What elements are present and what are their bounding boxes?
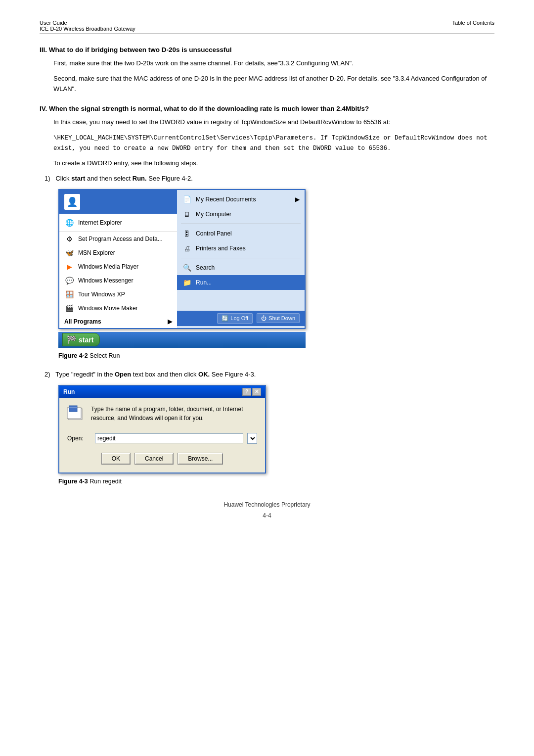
- controlpanel-label: Control Panel: [196, 230, 232, 237]
- svg-rect-2: [69, 406, 77, 412]
- messenger-icon: 💬: [64, 276, 74, 285]
- figure2-caption: Figure 4-2 Select Run: [58, 351, 494, 361]
- startmenu-sep1: [181, 224, 301, 224]
- step1-text: 1) Click start and then select Run. See …: [44, 174, 494, 184]
- startmenu-run[interactable]: 📁 Run...: [177, 275, 305, 290]
- page-header: User Guide ICE D-20 Wireless Broadband G…: [40, 20, 494, 34]
- page-number: 4-4: [40, 512, 494, 519]
- startmenu-right: 📄 My Recent Documents ▶ 🖥 My Computer 🎛 …: [177, 190, 305, 328]
- run-label: Run...: [196, 279, 212, 286]
- open-input[interactable]: [95, 433, 243, 443]
- step1-mid: and then select: [85, 175, 132, 182]
- startmenu-set-program[interactable]: ⚙ Set Program Access and Defa...: [59, 232, 177, 246]
- recent-docs-label: My Recent Documents: [196, 196, 256, 203]
- search-icon: 🔍: [182, 263, 192, 273]
- user-icon: 👤: [64, 194, 80, 210]
- step2-pre: Type "regedit" in the: [55, 371, 115, 378]
- all-programs-label: All Programs: [64, 318, 101, 325]
- step-1: 1) Click start and then select Run. See …: [44, 174, 494, 361]
- startmenu-sep2: [181, 258, 301, 258]
- section-IV-para2: To create a DWORD entry, see the followi…: [53, 158, 494, 169]
- startmenu-bottom-bar: 🔄 Log Off ⏻ Shut Down: [177, 311, 305, 326]
- startmenu-ie[interactable]: 🌐 Internet Explorer: [59, 216, 177, 230]
- shutdown-button[interactable]: ⏻ Shut Down: [257, 313, 300, 323]
- wmp-icon: ▶: [64, 262, 74, 272]
- set-program-icon: ⚙: [64, 234, 74, 244]
- header-product-label: ICE D-20 Wireless Broadband Gateway: [40, 26, 135, 32]
- run-dialog: Run ? ✕ Type the name: [58, 385, 266, 473]
- step1-pre: Click: [55, 175, 71, 182]
- logoff-button[interactable]: 🔄 Log Off: [217, 313, 253, 324]
- open-label: Open:: [67, 435, 91, 442]
- controlpanel-icon: 🎛: [182, 229, 192, 238]
- run-program-icon: [67, 405, 85, 426]
- all-programs-arrow: ▶: [168, 318, 172, 325]
- step1-label: 1): [44, 175, 50, 182]
- close-button[interactable]: ✕: [252, 388, 261, 396]
- titlebar-controls: ? ✕: [242, 388, 261, 396]
- header-guide-label: User Guide: [40, 20, 135, 26]
- step1-bold1: start: [71, 175, 85, 182]
- tour-label: Tour Windows XP: [78, 291, 125, 298]
- set-program-label: Set Program Access and Defa...: [78, 236, 163, 242]
- run-body: Type the name of a program, folder, docu…: [59, 398, 265, 472]
- section-IV-para1: In this case, you may need to set the DW…: [53, 117, 494, 128]
- header-left: User Guide ICE D-20 Wireless Broadband G…: [40, 20, 135, 32]
- start-flag-icon: 🏁: [67, 335, 77, 344]
- registry-path: \HKEY_LOCAL_MACHINE\SYSTEM\CurrentContro…: [53, 133, 494, 153]
- startmenu-moviemaker[interactable]: 🎬 Windows Movie Maker: [59, 301, 177, 315]
- browse-button[interactable]: Browse...: [178, 453, 223, 465]
- run-titlebar: Run ? ✕: [59, 386, 265, 398]
- startmenu-wmp[interactable]: ▶ Windows Media Player: [59, 260, 177, 274]
- startmenu-msn[interactable]: 🦋 MSN Explorer: [59, 246, 177, 260]
- shutdown-label: Shut Down: [268, 315, 295, 321]
- step-2: 2) Type "regedit" in the Open text box a…: [44, 370, 494, 486]
- shutdown-icon: ⏻: [261, 315, 267, 321]
- ok-button[interactable]: OK: [101, 453, 131, 465]
- start-label: start: [79, 336, 93, 344]
- footer-company: Huawei Technologies Proprietary: [40, 501, 494, 508]
- step1-post: See Figure 4-2.: [148, 175, 193, 182]
- mycomputer-label: My Computer: [196, 211, 231, 218]
- figure3-caption-label: Figure 4-3: [58, 478, 88, 485]
- startmenu-user-area: 👤: [59, 190, 177, 214]
- startmenu-search[interactable]: 🔍 Search: [177, 260, 305, 275]
- startmenu-controlpanel[interactable]: 🎛 Control Panel: [177, 226, 305, 241]
- moviemaker-label: Windows Movie Maker: [78, 305, 138, 312]
- open-dropdown[interactable]: [247, 433, 257, 444]
- tour-icon: 🪟: [64, 289, 74, 299]
- startmenu-messenger[interactable]: 💬 Windows Messenger: [59, 274, 177, 287]
- logoff-label: Log Off: [230, 315, 248, 321]
- ie-icon: 🌐: [64, 218, 74, 228]
- startmenu-printers[interactable]: 🖨 Printers and Faxes: [177, 241, 305, 256]
- step1-bold2: Run.: [133, 175, 147, 182]
- messenger-label: Windows Messenger: [78, 277, 133, 284]
- recent-docs-icon: 📄: [182, 194, 192, 204]
- figure2-caption-text: Select Run: [89, 352, 120, 359]
- ie-label: Internet Explorer: [78, 219, 122, 226]
- step2-text: 2) Type "regedit" in the Open text box a…: [44, 370, 494, 380]
- start-button[interactable]: 🏁 start: [62, 333, 100, 346]
- logoff-icon: 🔄: [222, 315, 228, 322]
- cancel-button[interactable]: Cancel: [134, 453, 174, 465]
- printers-icon: 🖨: [182, 243, 192, 253]
- section-IV-title: IV. When the signal strength is normal, …: [40, 105, 494, 112]
- printers-label: Printers and Faxes: [196, 245, 246, 252]
- section-III-para2: Second, make sure that the MAC address o…: [53, 74, 494, 94]
- startmenu-recent-section: ⚙ Set Program Access and Defa... 🦋 MSN E…: [59, 232, 177, 315]
- startmenu-figure: 👤 🌐 Internet Explorer ⚙ Set Program Acce…: [58, 189, 306, 329]
- help-button[interactable]: ?: [242, 388, 251, 396]
- run-input-row: Open:: [67, 433, 257, 444]
- recent-docs-arrow: ▶: [295, 196, 300, 203]
- run-dialog-title: Run: [63, 388, 75, 395]
- run-desc-text: Type the name of a program, folder, docu…: [91, 405, 257, 423]
- step2-bold1: Open: [115, 371, 131, 378]
- figure3-caption-text: Run regedit: [89, 478, 122, 485]
- all-programs-row[interactable]: All Programs ▶: [59, 315, 177, 328]
- startmenu-recent-docs[interactable]: 📄 My Recent Documents ▶: [177, 192, 305, 207]
- startmenu-pinned-section: 🌐 Internet Explorer: [59, 214, 177, 232]
- startmenu-tour[interactable]: 🪟 Tour Windows XP: [59, 287, 177, 301]
- startmenu-mycomputer[interactable]: 🖥 My Computer: [177, 207, 305, 222]
- step2-post: See Figure 4-3.: [212, 371, 256, 378]
- step2-mid: text box and then click: [131, 371, 198, 378]
